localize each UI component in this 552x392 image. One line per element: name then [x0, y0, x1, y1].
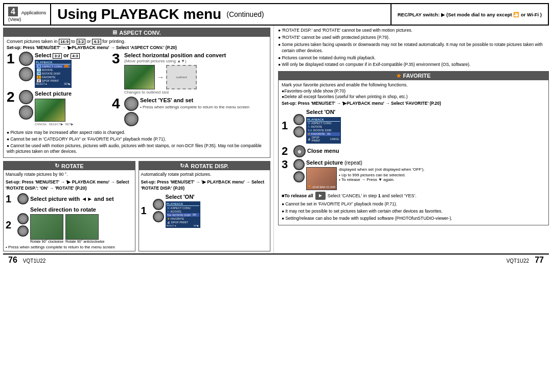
fav-wheel2	[293, 126, 305, 137]
right-note3: Some pictures taken facing upwards or do…	[278, 42, 549, 54]
favorite-section: ★ FAVORITE Mark your favorite pictures a…	[278, 71, 549, 225]
right-note5: Will only be displayed rotated on comput…	[278, 62, 549, 68]
step3-images: → outlined	[124, 65, 226, 89]
rotate-content: Manually rotate pictures by 90 °. Set-up…	[4, 170, 135, 251]
aspect-step1: 1 Select 3:2 or 4:3	[7, 52, 109, 88]
rotate-disp-step1: 1 Select 'ON' PLAYBACK ⊞ ASPECT CONV.	[141, 193, 268, 228]
fav-step3-num: 3	[282, 159, 292, 170]
step3-photo1	[124, 65, 155, 89]
aspect-icon: ⊞	[112, 29, 117, 36]
rotate-icon: ↻	[55, 163, 59, 169]
rec-play-info: REC/PLAY switch: ▶ (Set mode dial to any…	[390, 4, 548, 25]
step4-number: 4	[112, 97, 122, 111]
section-number: 4	[8, 7, 18, 16]
step1-menu-screen: PLAYBACK ⊞ASPECT CONV. 3:2 ↻ROTATE ↻AROT…	[35, 60, 72, 88]
right-column: 'ROTATE DISP.' and 'ROTATE' cannot be us…	[274, 26, 549, 253]
fav-note1: Cannot be set in 'FAVORITE PLAY' playbac…	[282, 201, 545, 207]
step3-sub: (Move portrait pictures using ▲▼)	[124, 59, 226, 63]
aspect-conv-section: ⊞ ASPECT CONV. Convert pictures taken in…	[3, 28, 270, 158]
fav-wheel4	[293, 171, 305, 182]
wheel-top	[19, 52, 33, 66]
page-num-left: 76	[8, 256, 17, 264]
fav-setup: Set-up: Press 'MENU/SET' → '▶PLAYBACK me…	[282, 101, 545, 107]
convert-arrow: →	[157, 73, 164, 81]
rotate-setup: Set-up: Press 'MENU/SET' → '▶ PLAYBACK m…	[6, 179, 133, 192]
fav-step2-text: Close menu	[307, 147, 339, 154]
rotate-photo1	[30, 214, 63, 240]
favorite-content: Mark your favorite pictures and enable t…	[279, 80, 548, 224]
aspect-notes: Picture size may be increased after aspe…	[7, 130, 267, 154]
rotate-cw-label: Rotate 90° clockwise	[30, 240, 63, 243]
rotate-step1: 1 Select picture with ◄► and set	[6, 193, 133, 204]
rotate-disp-step1-num: 1	[141, 205, 151, 216]
aspect-note1: Picture size may be increased after aspe…	[7, 130, 267, 135]
rotate-title: ROTATE	[61, 163, 84, 169]
main-content: ⊞ ASPECT CONV. Convert pictures taken in…	[3, 26, 549, 253]
rotate-disp-title: ROTATE DISP.	[191, 163, 228, 169]
aspect-note2: Cannot be set in 'CATEGORY PLAY' or 'FAV…	[7, 136, 267, 142]
rotate-disp-section: ↻A ROTATE DISP. Automatically rotate por…	[139, 161, 271, 251]
wheel-bottom4	[124, 112, 139, 126]
fav-step1-text: Select 'ON'	[306, 108, 341, 116]
rotate-disp-menu-screen: PLAYBACK ⊞ ASPECT CONV. ↻ ROTATE ↻A ROTA…	[166, 201, 200, 228]
wheel-top2	[19, 90, 33, 104]
rotate-step2: 2 Select direction to rotate Rotate 90° …	[6, 206, 133, 243]
step3-change: Changes to outlined size	[124, 90, 226, 95]
rotate-photos: Rotate 90° clockwise Rotate 90° anticloc…	[30, 214, 104, 243]
fav-step3-content: ★ -10:00 MAR.15.2008 displayed when set …	[306, 167, 425, 190]
wheel-bottom2	[19, 105, 33, 120]
rotate-disp-menu: PLAYBACK ⊞ ASPECT CONV. ↻ ROTATE ↻A ROTA…	[166, 201, 200, 228]
rotate-disp-icon: ↻A	[180, 163, 189, 169]
rotate-disp-wheel2	[153, 211, 164, 222]
step4-text: Select 'YES' and set	[140, 97, 249, 104]
step1-wheels	[19, 52, 33, 81]
step3-text: Select horizontal position and convert	[124, 52, 226, 59]
rotate-disp-header: ↻A ROTATE DISP.	[139, 162, 270, 170]
favorite-star: ★	[396, 73, 401, 79]
aspect-step3: 3 Select horizontal position and convert…	[112, 52, 267, 95]
code-right: VQT1U22	[507, 258, 529, 264]
rotate-step1-text: Select picture with ◄► and set	[30, 195, 114, 202]
rotate-intro: Manually rotate pictures by 90 °.	[6, 172, 133, 178]
page-num-right: 77	[535, 256, 544, 264]
fav-step3-notes: displayed when set (not displayed when '…	[339, 167, 425, 182]
right-note2: 'ROTATE' cannot be used with protected p…	[278, 35, 549, 41]
continued-label: (Continued)	[226, 10, 264, 18]
fav-close-btn: ⊕	[293, 145, 306, 157]
header-left: 4 Applications(View)	[4, 4, 51, 25]
fav-step1-screen: PLAYBACK ⊞ ASPECT CONV. ↻ ROTATE ↻A ROTA…	[306, 117, 341, 144]
fav-step2-num: 2	[282, 146, 292, 157]
aspect-setup: Set-up: Press 'MENU/SET' → '▶PLAYBACK me…	[7, 45, 267, 50]
rotate-disp-intro: Automatically rotate portrait pictures.	[141, 172, 268, 178]
rotate-wheel2	[17, 213, 29, 224]
fav-notes: Cannot be set in 'FAVORITE PLAY' playbac…	[282, 201, 545, 222]
step2-photo	[35, 99, 65, 122]
footer-left: 76 VQT1U22	[8, 256, 45, 265]
rotate-disp-content: Automatically rotate portrait pictures. …	[139, 170, 270, 231]
rec-play-text: REC/PLAY switch: ▶ (Set mode dial to any…	[398, 12, 542, 17]
code-left: VQT1U22	[23, 258, 45, 264]
fav-menu-screen: PLAYBACK ⊞ ASPECT CONV. ↻ ROTATE ↻A ROTA…	[306, 117, 341, 144]
rotate-step1-num: 1	[6, 194, 16, 204]
left-column: ⊞ ASPECT CONV. Convert pictures taken in…	[3, 26, 274, 253]
step4-wheels	[124, 97, 139, 126]
fav-bullet1: ●Favorites-only slide show (P.70)	[282, 88, 545, 94]
fav-step3-text: Select picture (repeat)	[306, 159, 425, 166]
fav-note2: It may not be possible to set pictures t…	[282, 209, 545, 215]
fav-release-text: Select 'CANCEL' in step 1 and select 'YE…	[328, 193, 417, 198]
page-title-area: Using PLAYBACK menu (Continued)	[51, 4, 390, 25]
fav-wheel3	[293, 159, 305, 170]
rotate-photo2	[65, 214, 99, 240]
fav-bullet2: ●Delete all except favorites (useful for…	[282, 94, 545, 99]
fav-to-release: • To release → Press ▼ again.	[339, 177, 425, 182]
step1-text: Select 3:2 or 4:3	[35, 52, 80, 59]
rotate-disp-setup: Set-up: Press 'MENU/SET' → '▶ PLAYBACK m…	[141, 179, 268, 192]
fav-photo: ★ -10:00 MAR.15.2008	[306, 167, 337, 190]
fav-star-overlay: ★	[308, 184, 311, 189]
fav-wheel1	[293, 114, 305, 125]
aspect-conv-content: Convert pictures taken in 16:9 to 3:2 or…	[4, 37, 270, 157]
aspect-step2: 2 Select picture CANCEL SELECT▶ SET▶	[7, 90, 109, 125]
aspect-note3: Cannot be used with motion pictures, pic…	[7, 143, 267, 154]
page-footer: 76 VQT1U22 VQT1U22 77	[3, 253, 549, 266]
aspect-step4: 4 Select 'YES' and set • Press when sett…	[112, 97, 267, 126]
